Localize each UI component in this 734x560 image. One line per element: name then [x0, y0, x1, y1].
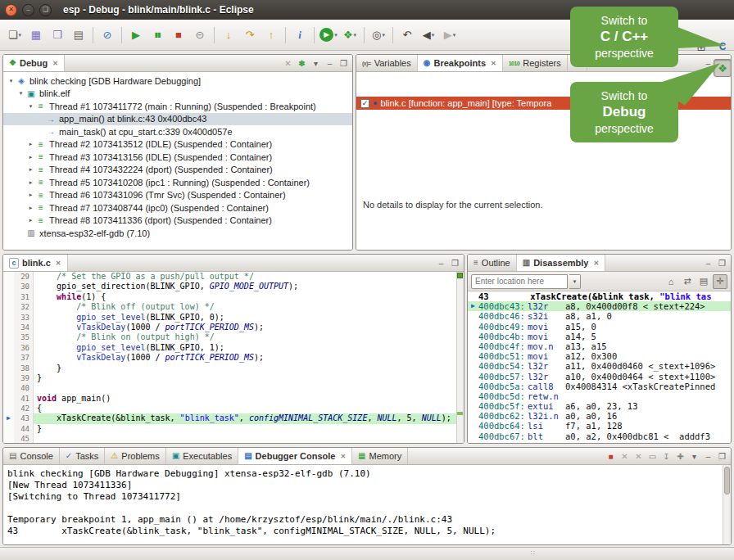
new-wizard-button[interactable]: ❏▾ — [5, 25, 25, 45]
tree-item[interactable]: ▸≡Thread #7 1073408744 (ipc0) (Suspended… — [3, 201, 352, 215]
code-line[interactable]: 40 — [3, 383, 464, 393]
disassembly-instruction[interactable]: 400dbc54:l32ra11, 0x400d0460 <_stext+109… — [468, 361, 731, 371]
tab-breakpoints[interactable]: ◉Breakpoints✕ — [418, 55, 503, 71]
tree-item[interactable]: ▸≡Thread #6 1073431096 (Tmr Svc) (Suspen… — [3, 189, 352, 202]
home-icon[interactable]: ⌂ — [664, 274, 678, 289]
disassembly-instruction[interactable]: 400dbc57:l32ra10, 0x400d0464 <_stext+110… — [468, 372, 731, 382]
tree-item[interactable]: ▾▣blink.elf — [3, 88, 352, 101]
last-edit-location-button[interactable]: ↶ — [397, 25, 417, 45]
code-line[interactable]: 31 while(1) { — [3, 292, 464, 302]
debug-perspective-button[interactable]: ❖ — [714, 59, 732, 77]
disassembly-instruction[interactable]: 400dbc4f:mov.na13, a15 — [468, 341, 731, 351]
editor-body[interactable]: 29 /* Set the GPIO as a push/pull output… — [3, 272, 464, 443]
close-icon[interactable]: ✕ — [593, 260, 599, 267]
tab-executables[interactable]: ▣Executables — [166, 448, 238, 464]
disassembly-instruction[interactable]: 400dbc5d:retw.n — [468, 391, 731, 401]
close-button[interactable]: ✕ — [5, 4, 17, 16]
disassembly-instruction[interactable]: 400dbc62:l32i.na0, a0, 16 — [468, 411, 731, 421]
code-line[interactable]: 32 /* Blink off (output low) */ — [3, 302, 464, 312]
collapse-icon[interactable]: ▾ — [26, 103, 35, 110]
code-line[interactable]: 30 gpio_set_direction(BLINK_GPIO, GPIO_M… — [3, 282, 464, 291]
save-button[interactable]: ▦ — [26, 25, 46, 45]
disassembly-body[interactable]: 43 xTaskCreate(&blink_task, "blink_tas▶4… — [468, 291, 731, 443]
step-into-button[interactable]: ↓ — [219, 25, 238, 45]
expand-icon[interactable]: ▸ — [26, 179, 35, 186]
tab-registers[interactable]: 1010Registers — [503, 55, 568, 71]
resume-button[interactable]: ▶ — [126, 25, 146, 45]
maximize-button[interactable]: ❏ — [39, 4, 52, 16]
console-scrollbar[interactable] — [723, 465, 731, 544]
step-return-button[interactable]: ↑ — [261, 25, 281, 45]
step-over-button[interactable]: ↷ — [240, 25, 260, 45]
remove-all-launches-icon[interactable]: ✕ — [633, 450, 644, 462]
disassembly-instruction[interactable]: 400dbc6a:bnonea0, a1, 0x400dbc8b <__addd… — [468, 441, 731, 443]
code-line[interactable]: ▶43 xTaskCreate(&blink_task, "blink_task… — [3, 413, 464, 423]
remove-all-terminated-icon[interactable]: ✕ — [283, 57, 293, 69]
overview-ruler[interactable] — [456, 272, 464, 443]
disconnect-button[interactable]: ⊝ — [190, 25, 210, 45]
maximize-icon[interactable]: ❐ — [717, 450, 727, 462]
show-source-icon[interactable]: ▤ — [696, 274, 711, 289]
forward-button[interactable]: ▶▾ — [440, 25, 460, 45]
scrollbar-thumb[interactable] — [724, 467, 730, 495]
minimize-button[interactable]: – — [22, 4, 34, 16]
code-line[interactable]: 36 gpio_set_level(BLINK_GPIO, 1); — [3, 343, 464, 353]
expand-icon[interactable]: ▸ — [26, 166, 35, 173]
minimize-icon[interactable]: – — [703, 257, 714, 269]
code-line[interactable]: 39} — [3, 373, 464, 383]
tree-item[interactable]: ▾≡Thread #1 1073411772 (main : Running) … — [3, 100, 352, 113]
disassembly-instruction[interactable]: 400dbc51:movia12, 0x300 — [468, 351, 731, 361]
disassembly-source-line[interactable]: 43 xTaskCreate(&blink_task, "blink_tas — [468, 291, 731, 301]
tab-debugger-console[interactable]: ▤Debugger Console✕ — [238, 448, 352, 464]
disassembly-instruction[interactable]: ▶400dbc43:l32ra8, 0x400d00f8 <_stext+224… — [468, 301, 731, 311]
code-line[interactable]: 42{ — [3, 404, 464, 413]
tree-item[interactable]: ▸≡Thread #4 1073432224 (dport) (Suspende… — [3, 164, 352, 177]
terminate-button[interactable]: ■ — [169, 25, 188, 45]
tree-item[interactable]: ▸≡Thread #5 1073410208 (ipc1 : Running) … — [3, 176, 352, 189]
minimize-icon[interactable]: – — [324, 57, 335, 69]
disassembly-instruction[interactable]: 400dbc46:s32ia8, a1, 0 — [468, 311, 731, 321]
remove-launch-icon[interactable]: ✕ — [619, 450, 630, 462]
suspend-button[interactable]: ▮▮ — [147, 25, 167, 45]
track-location-icon[interactable]: ✛ — [713, 274, 727, 289]
code-line[interactable]: 38 } — [3, 364, 464, 373]
tab-blink-c[interactable]: c blink.c ✕ — [3, 255, 68, 271]
code-line[interactable]: 34 vTaskDelay(1000 / portTICK_PERIOD_MS)… — [3, 323, 464, 332]
code-line[interactable]: 37 vTaskDelay(1000 / portTICK_PERIOD_MS)… — [3, 353, 464, 363]
console-menu-icon[interactable]: ▾ — [689, 450, 700, 462]
expand-icon[interactable]: ▸ — [26, 141, 35, 147]
expand-icon[interactable]: ▸ — [26, 154, 35, 160]
debug-button[interactable]: ❖▾ — [340, 25, 360, 45]
tree-item[interactable]: →main_task() at cpu_start.c:339 0x400d05… — [3, 125, 352, 138]
collapse-icon[interactable]: ▾ — [16, 90, 25, 97]
disassembly-instruction[interactable]: 400dbc5f:extuia6, a0, 23, 13 — [468, 401, 731, 411]
cpp-perspective-button[interactable]: C — [714, 38, 732, 56]
disassembly-instruction[interactable]: 400dbc64:lsif7, a1, 128 — [468, 421, 731, 431]
expand-icon[interactable]: ▸ — [26, 192, 35, 198]
instruction-stepping-button[interactable]: i — [290, 25, 310, 45]
location-input[interactable] — [471, 274, 568, 289]
code-line[interactable]: 44} — [3, 424, 464, 434]
tree-item[interactable]: ▸≡Thread #8 1073411336 (dport) (Suspende… — [3, 215, 352, 228]
disassembly-instruction[interactable]: 400dbc67:blta0, a2, 0x400dbc81 <__adddf3 — [468, 431, 731, 441]
code-line[interactable]: 33 gpio_set_level(BLINK_GPIO, 0); — [3, 313, 464, 323]
back-button[interactable]: ◀▾ — [419, 25, 438, 45]
scroll-lock-icon[interactable]: ↧ — [661, 450, 672, 462]
location-dropdown-icon[interactable]: ▾ — [569, 274, 581, 289]
sync-active-context-icon[interactable]: ⇄ — [680, 274, 695, 289]
tab-memory[interactable]: ▦Memory — [352, 448, 408, 464]
disassembly-instruction[interactable]: 400dbc4b:movia14, 5 — [468, 332, 731, 341]
tab-problems[interactable]: ⚠Problems — [105, 448, 165, 464]
tree-item[interactable]: ▾◈blink checking [GDB Hardware Debugging… — [3, 75, 352, 88]
tab-debug[interactable]: ❖ Debug ✕ — [3, 55, 65, 71]
tab-disassembly[interactable]: ▥Disassembly✕ — [517, 255, 605, 271]
code-line[interactable]: 29 /* Set the GPIO as a push/pull output… — [3, 272, 464, 282]
breakpoint-checkbox[interactable]: ✓ — [360, 99, 369, 108]
code-line[interactable]: 35 /* Blink on (output high) */ — [3, 332, 464, 342]
disassembly-instruction[interactable]: 400dbc5a:call80x40084314 <xTaskCreatePin… — [468, 382, 731, 391]
search-button[interactable]: ◎▾ — [369, 25, 388, 45]
tree-item[interactable]: ▸≡Thread #3 1073413156 (IDLE) (Suspended… — [3, 151, 352, 164]
open-perspective-button[interactable]: ⊞ — [692, 38, 710, 56]
minimize-icon[interactable]: – — [703, 450, 714, 462]
minimize-icon[interactable]: – — [436, 257, 446, 269]
